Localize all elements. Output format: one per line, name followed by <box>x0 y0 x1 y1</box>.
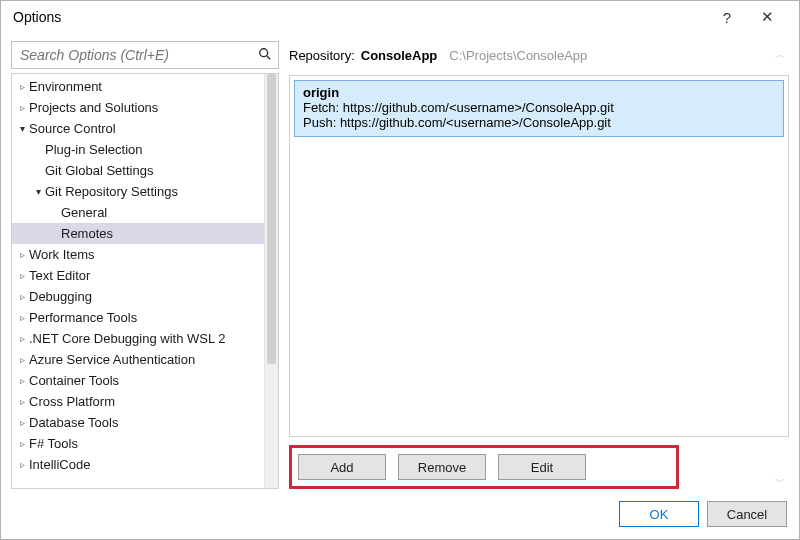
tree-item[interactable]: Text Editor <box>12 265 264 286</box>
tree-item[interactable]: Container Tools <box>12 370 264 391</box>
repository-header: Repository: ConsoleApp C:\Projects\Conso… <box>289 41 789 69</box>
tree-item[interactable]: Cross Platform <box>12 391 264 412</box>
svg-point-0 <box>260 48 268 56</box>
edit-button[interactable]: Edit <box>498 454 586 480</box>
tree-item[interactable]: Azure Service Authentication <box>12 349 264 370</box>
window-title: Options <box>13 9 707 25</box>
tree-item-label: .NET Core Debugging with WSL 2 <box>29 331 226 346</box>
tree-item-label: Environment <box>29 79 102 94</box>
tree-item[interactable]: Source Control <box>12 118 264 139</box>
tree-item[interactable]: Work Items <box>12 244 264 265</box>
remove-button[interactable]: Remove <box>398 454 486 480</box>
tree-item-label: Cross Platform <box>29 394 115 409</box>
dialog-footer: OK Cancel <box>1 489 799 539</box>
close-button[interactable]: ✕ <box>747 8 787 26</box>
tree-item-label: IntelliCode <box>29 457 90 472</box>
tree-item-label: Work Items <box>29 247 95 262</box>
chevron-right-icon[interactable] <box>16 460 28 470</box>
chevron-right-icon[interactable] <box>16 82 28 92</box>
remote-actions-highlight: Add Remove Edit <box>289 445 679 489</box>
remote-push-url: https://github.com/<username>/ConsoleApp… <box>340 115 611 130</box>
chevron-right-icon[interactable] <box>16 418 28 428</box>
tree-item[interactable]: Plug-in Selection <box>12 139 264 160</box>
remote-name: origin <box>303 85 775 100</box>
repository-path: C:\Projects\ConsoleApp <box>449 48 587 63</box>
titlebar: Options ? ✕ <box>1 1 799 33</box>
tree-item[interactable]: Git Global Settings <box>12 160 264 181</box>
chevron-right-icon[interactable] <box>16 334 28 344</box>
remote-fetch-url: https://github.com/<username>/ConsoleApp… <box>343 100 614 115</box>
svg-line-1 <box>267 55 270 58</box>
repository-prefix: Repository: <box>289 48 355 63</box>
repository-name: ConsoleApp <box>361 48 438 63</box>
remote-fetch-line: Fetch: https://github.com/<username>/Con… <box>303 100 775 115</box>
chevron-up-icon[interactable]: ︿ <box>775 48 789 62</box>
help-button[interactable]: ? <box>707 9 747 26</box>
tree-item[interactable]: Remotes <box>12 223 264 244</box>
tree-item-label: F# Tools <box>29 436 78 451</box>
chevron-right-icon[interactable] <box>16 271 28 281</box>
chevron-down-icon[interactable]: ﹀ <box>775 469 789 489</box>
tree-item[interactable]: General <box>12 202 264 223</box>
search-icon[interactable] <box>252 47 278 64</box>
tree-item[interactable]: F# Tools <box>12 433 264 454</box>
chevron-right-icon[interactable] <box>16 355 28 365</box>
remotes-listbox[interactable]: origin Fetch: https://github.com/<userna… <box>289 75 789 437</box>
right-panel: Repository: ConsoleApp C:\Projects\Conso… <box>289 41 789 489</box>
tree-item[interactable]: Projects and Solutions <box>12 97 264 118</box>
left-panel: EnvironmentProjects and SolutionsSource … <box>11 41 279 489</box>
tree-scrollbar-thumb[interactable] <box>267 74 276 364</box>
tree-item-label: Azure Service Authentication <box>29 352 195 367</box>
remote-push-line: Push: https://github.com/<username>/Cons… <box>303 115 775 130</box>
tree-item-label: Debugging <box>29 289 92 304</box>
tree-item-label: Git Repository Settings <box>45 184 178 199</box>
tree-item-label: Projects and Solutions <box>29 100 158 115</box>
search-input[interactable] <box>12 47 252 63</box>
chevron-right-icon[interactable] <box>16 250 28 260</box>
chevron-right-icon[interactable] <box>16 313 28 323</box>
ok-button[interactable]: OK <box>619 501 699 527</box>
cancel-button[interactable]: Cancel <box>707 501 787 527</box>
remote-item[interactable]: origin Fetch: https://github.com/<userna… <box>294 80 784 137</box>
remote-push-label: Push: <box>303 115 336 130</box>
tree-item-label: Git Global Settings <box>45 163 153 178</box>
tree-item[interactable]: Git Repository Settings <box>12 181 264 202</box>
add-button[interactable]: Add <box>298 454 386 480</box>
chevron-right-icon[interactable] <box>16 103 28 113</box>
tree-item-label: General <box>61 205 107 220</box>
tree-item-label: Database Tools <box>29 415 118 430</box>
tree-item-label: Plug-in Selection <box>45 142 143 157</box>
tree-item-label: Container Tools <box>29 373 119 388</box>
tree-item[interactable]: Performance Tools <box>12 307 264 328</box>
tree-item[interactable]: Environment <box>12 76 264 97</box>
tree-item[interactable]: Debugging <box>12 286 264 307</box>
chevron-right-icon[interactable] <box>16 292 28 302</box>
chevron-right-icon[interactable] <box>16 376 28 386</box>
tree-item-label: Remotes <box>61 226 113 241</box>
chevron-right-icon[interactable] <box>16 439 28 449</box>
tree-item[interactable]: IntelliCode <box>12 454 264 475</box>
tree-item-label: Text Editor <box>29 268 90 283</box>
tree-item-label: Source Control <box>29 121 116 136</box>
tree-item[interactable]: .NET Core Debugging with WSL 2 <box>12 328 264 349</box>
options-tree[interactable]: EnvironmentProjects and SolutionsSource … <box>11 73 279 489</box>
chevron-down-icon[interactable] <box>32 187 44 197</box>
tree-item-label: Performance Tools <box>29 310 137 325</box>
chevron-down-icon[interactable] <box>16 124 28 134</box>
remote-fetch-label: Fetch: <box>303 100 339 115</box>
search-box[interactable] <box>11 41 279 69</box>
tree-scrollbar[interactable] <box>264 74 278 488</box>
chevron-right-icon[interactable] <box>16 397 28 407</box>
options-dialog: Options ? ✕ EnvironmentProjects and Solu… <box>0 0 800 540</box>
tree-item[interactable]: Database Tools <box>12 412 264 433</box>
